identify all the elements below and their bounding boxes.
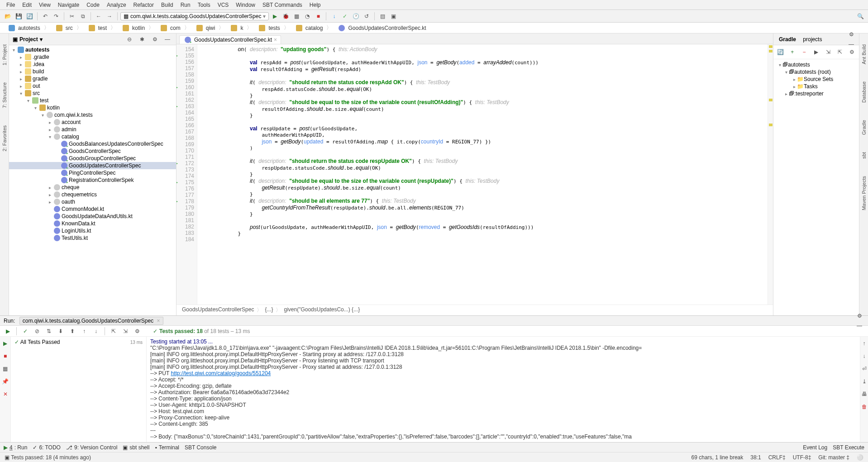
bottom-tab-right[interactable]: Event Log xyxy=(803,444,827,451)
run-icon[interactable]: ▶ xyxy=(270,11,280,21)
tree-item[interactable]: PingControllerSpec xyxy=(9,169,176,176)
import-icon[interactable]: ⇲ xyxy=(120,326,130,336)
toolwindow-tab[interactable]: Database xyxy=(860,80,868,105)
tab-goodsupdatescontrollerspec[interactable]: GoodsUpdatesControllerSpec.kt × xyxy=(179,35,281,44)
tree-item[interactable]: ▾test xyxy=(9,97,176,104)
coverage-icon[interactable]: ▦ xyxy=(291,11,301,21)
search-everywhere-icon[interactable]: 🔍 xyxy=(855,11,865,21)
breadcrumb-item[interactable]: qiwi xyxy=(192,24,227,32)
menu-build[interactable]: Build xyxy=(157,1,177,9)
refresh-icon[interactable]: 🔄 xyxy=(776,47,784,57)
menu-vcs[interactable]: VCS xyxy=(214,1,233,9)
clear-icon[interactable]: 🗑 xyxy=(859,402,868,412)
bottom-tab[interactable]: ▶ 4: Run xyxy=(4,444,27,451)
run-config-tab[interactable]: com.qiwi.k.tests.catalog.GoodsUpdatesCon… xyxy=(23,318,153,324)
back-icon[interactable]: ← xyxy=(94,11,104,21)
copy-icon[interactable]: ⧉ xyxy=(78,11,88,21)
tree-item[interactable]: ▸build xyxy=(9,68,176,75)
hide-icon[interactable]: — xyxy=(162,34,172,44)
breadcrumb-item[interactable]: catalog xyxy=(292,24,335,32)
rerun-icon[interactable]: ▶ xyxy=(0,338,10,348)
gear-icon[interactable]: ⚙ xyxy=(150,34,160,44)
status-field[interactable]: ⚪ xyxy=(857,454,863,461)
status-field[interactable]: 38:1 xyxy=(750,454,761,461)
tree-item[interactable]: ▸out xyxy=(9,82,176,90)
target-icon[interactable]: ✱ xyxy=(137,34,147,44)
prev-icon[interactable]: ↑ xyxy=(79,326,89,336)
vcs-revert-icon[interactable]: ↺ xyxy=(362,11,372,21)
breadcrumb-item[interactable]: src xyxy=(52,24,85,32)
breadcrumb-item[interactable]: test xyxy=(85,24,119,32)
gear-icon[interactable]: ⚙ xyxy=(846,29,856,39)
toolwindow-tab[interactable]: Maven Projects xyxy=(860,174,868,212)
expand-icon[interactable]: ⇲ xyxy=(824,47,832,57)
menu-refactor[interactable]: Refactor xyxy=(130,1,157,9)
tree-item[interactable]: CommonModel.kt xyxy=(9,205,176,213)
tree-root[interactable]: ▾autotests xyxy=(9,46,176,53)
breadcrumb-item[interactable]: com xyxy=(157,24,192,32)
run-console[interactable]: Testing started at 13:05 ..."C:\Program … xyxy=(147,337,860,442)
tree-item[interactable]: TestUtils.kt xyxy=(9,234,176,242)
toolwindow-tab[interactable]: 7: Structure xyxy=(1,81,8,110)
tree-item[interactable]: RegistrationControllerSpek xyxy=(9,176,176,184)
tree-item[interactable]: ▾com.qiwi.k.tests xyxy=(9,111,176,119)
tree-item[interactable]: ▸.idea xyxy=(9,61,176,68)
menu-code[interactable]: Code xyxy=(83,1,103,9)
gear-icon[interactable]: ⚙ xyxy=(854,311,864,321)
sort-icon[interactable]: ⇅ xyxy=(44,326,54,336)
collapse-icon[interactable]: ⊖ xyxy=(124,34,134,44)
breadcrumb-item[interactable]: k xyxy=(227,24,255,32)
toolwindow-tab[interactable]: 1: Project xyxy=(1,43,8,67)
bottom-tab[interactable]: ✓ 6: TODO xyxy=(33,444,61,451)
menu-help[interactable]: Help xyxy=(306,1,324,9)
tree-item[interactable]: ▸gradle xyxy=(9,75,176,82)
tree-item[interactable]: ▾catalog xyxy=(9,133,176,140)
tree-item[interactable]: LoginUtils.kt xyxy=(9,227,176,234)
menu-window[interactable]: Window xyxy=(232,1,259,9)
forward-icon[interactable]: → xyxy=(105,11,114,21)
collapse-icon[interactable]: ⬆ xyxy=(67,326,77,336)
status-field[interactable]: Git: master ‡ xyxy=(818,454,849,461)
run-config-selector[interactable]: ▦ com.qiwi.k.tests.catalog.GoodsUpdatesC… xyxy=(120,12,269,20)
tree-item[interactable]: ▸account xyxy=(9,119,176,126)
menu-tools[interactable]: Tools xyxy=(194,1,214,9)
breadcrumb-item[interactable]: kotlin xyxy=(119,24,157,32)
structure-icon[interactable]: ▤ xyxy=(377,11,387,21)
tree-item[interactable]: ▸chequemetrics xyxy=(9,191,176,198)
open-file-icon[interactable]: 📂 xyxy=(3,11,13,21)
redo-icon[interactable]: ↷ xyxy=(51,11,61,21)
bottom-tab[interactable]: ⎇ 9: Version Control xyxy=(66,444,117,451)
menu-navigate[interactable]: Navigate xyxy=(54,1,83,9)
vcs-commit-icon[interactable]: ✓ xyxy=(340,11,350,21)
tree-item[interactable]: ▾kotlin xyxy=(9,104,176,111)
editor-breadcrumb[interactable]: GoodsUpdatesControllerSpec〉{...}〉given("… xyxy=(176,305,773,315)
save-all-icon[interactable]: 💾 xyxy=(14,11,24,21)
tree-item[interactable]: ▸admin xyxy=(9,126,176,133)
tree-item[interactable]: GoodsControllerSpec xyxy=(9,148,176,155)
stop-icon[interactable]: ■ xyxy=(313,11,323,21)
sbt-icon[interactable]: ▣ xyxy=(388,11,398,21)
settings-icon[interactable]: ⚙ xyxy=(132,326,142,336)
execute-icon[interactable]: ▶ xyxy=(812,47,820,57)
bottom-tab-right[interactable]: SBT Execute xyxy=(833,444,864,451)
remove-icon[interactable]: − xyxy=(800,47,808,57)
menu-edit[interactable]: Edit xyxy=(19,1,35,9)
gradle-tree[interactable]: ▾🗊 autotests ▾🗊 autotests (root) ▸📁 Sour… xyxy=(773,59,859,99)
gradle-tab[interactable]: Gradle xyxy=(776,35,799,43)
tree-item[interactable]: ▸cheque xyxy=(9,184,176,191)
tree-item[interactable]: ▸.gradle xyxy=(9,53,176,61)
toolwindow-tab[interactable]: 2: Favorites xyxy=(1,124,8,153)
bottom-tab[interactable]: ▣ sbt shell xyxy=(123,444,149,451)
expand-icon[interactable]: ⬇ xyxy=(56,326,66,336)
breadcrumb-item[interactable]: autotests xyxy=(5,24,52,32)
menu-file[interactable]: File xyxy=(3,1,19,9)
project-tree[interactable]: ▾autotests▸.gradle▸.idea▸build▸gradle▸ou… xyxy=(9,45,176,315)
editor-crumb[interactable]: GoodsUpdatesControllerSpec xyxy=(182,306,254,314)
profile-icon[interactable]: ◔ xyxy=(302,11,312,21)
down-icon[interactable]: ↓ xyxy=(859,351,868,361)
projects-tab[interactable]: projects xyxy=(800,35,825,43)
wrap-icon[interactable]: ⏎ xyxy=(859,364,868,374)
debug-icon[interactable]: 🐞 xyxy=(281,11,291,21)
pass-filter-icon[interactable]: ✓ xyxy=(20,326,30,336)
cut-icon[interactable]: ✂ xyxy=(67,11,77,21)
